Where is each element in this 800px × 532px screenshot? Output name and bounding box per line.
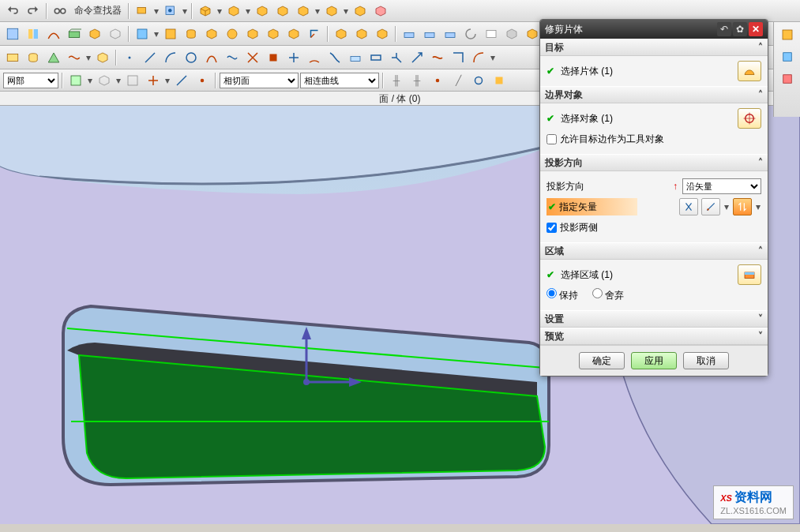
select-3[interactable]: 相连曲线 xyxy=(300,73,379,88)
toolbar-icon[interactable] xyxy=(332,24,351,43)
tb-box-6[interactable] xyxy=(322,2,341,21)
close-icon[interactable]: ✕ xyxy=(749,22,763,36)
undo-icon[interactable] xyxy=(3,2,22,21)
toolbar-icon[interactable] xyxy=(144,71,163,90)
back-icon[interactable]: ↶ xyxy=(717,22,731,36)
region-button[interactable] xyxy=(738,264,761,285)
toolbar-icon[interactable] xyxy=(428,71,447,90)
toolbar-icon[interactable] xyxy=(502,24,521,43)
section-header-projection[interactable]: 投影方向 ˄ xyxy=(540,154,768,171)
keep-radio[interactable]: 保持 xyxy=(546,288,578,302)
toolbar-icon[interactable] xyxy=(3,24,22,43)
toolbar-icon[interactable] xyxy=(778,25,797,44)
section-header-target[interactable]: 目标 ˄ xyxy=(540,39,768,56)
sheet-button[interactable] xyxy=(738,61,761,81)
panel-titlebar[interactable]: 修剪片体 ↶ ✿ ✕ xyxy=(540,20,768,39)
tb-icon-a1[interactable] xyxy=(133,2,152,21)
chevron-down-icon[interactable]: ▾ xyxy=(314,3,321,19)
both-sides-checkbox[interactable] xyxy=(546,223,557,233)
chevron-down-icon[interactable]: ▾ xyxy=(723,199,730,215)
tb-box-8[interactable] xyxy=(371,2,390,21)
tb-box-7[interactable] xyxy=(351,2,370,21)
toolbar-icon[interactable] xyxy=(449,48,468,67)
toolbar-icon[interactable] xyxy=(305,48,324,67)
toolbar-icon[interactable] xyxy=(95,71,114,90)
toolbar-icon[interactable]: ╱ xyxy=(449,71,468,90)
toolbar-icon[interactable] xyxy=(325,48,344,67)
cancel-button[interactable]: 取消 xyxy=(683,352,729,369)
toolbar-icon[interactable] xyxy=(123,71,142,90)
tb-box-1[interactable] xyxy=(196,2,215,21)
toolbar-icon[interactable] xyxy=(346,48,365,67)
tb-box-2[interactable] xyxy=(224,2,243,21)
gear-icon[interactable]: ✿ xyxy=(733,22,747,36)
vector-flip-button[interactable] xyxy=(733,198,752,215)
toolbar-icon[interactable] xyxy=(161,24,180,43)
chevron-down-icon[interactable]: ▾ xyxy=(182,3,188,19)
toolbar-icon[interactable] xyxy=(172,71,191,90)
chevron-down-icon[interactable]: ▾ xyxy=(755,199,761,215)
redo-icon[interactable] xyxy=(24,2,43,21)
toolbar-icon[interactable] xyxy=(778,47,797,66)
toolbar-icon[interactable] xyxy=(182,48,201,67)
toolbar-icon[interactable] xyxy=(264,24,283,43)
section-header-region[interactable]: 区域 ˄ xyxy=(540,242,768,260)
tb-box-3[interactable] xyxy=(253,2,272,21)
toolbar-icon[interactable] xyxy=(65,48,84,67)
toolbar-icon[interactable] xyxy=(24,48,43,67)
select-2[interactable]: 相切面 xyxy=(220,73,299,88)
section-header-boundary[interactable]: 边界对象 ˄ xyxy=(540,86,768,103)
toolbar-icon[interactable] xyxy=(284,48,303,67)
toolbar-icon[interactable] xyxy=(3,48,22,67)
tb-box-5[interactable] xyxy=(294,2,313,21)
target-button[interactable] xyxy=(738,108,761,129)
toolbar-icon[interactable] xyxy=(420,24,439,43)
toolbar-icon[interactable] xyxy=(243,24,262,43)
section-header-preview[interactable]: 预览 ˅ xyxy=(540,328,768,345)
apply-button[interactable]: 应用 xyxy=(631,352,677,369)
toolbar-icon[interactable] xyxy=(44,24,63,43)
toolbar-icon[interactable] xyxy=(387,48,406,67)
toolbar-icon[interactable] xyxy=(482,24,501,43)
toolbar-icon[interactable] xyxy=(373,24,392,43)
toolbar-icon[interactable] xyxy=(469,48,488,67)
toolbar-icon[interactable] xyxy=(778,69,797,88)
select-1[interactable]: 网部 xyxy=(3,73,58,88)
toolbar-icon[interactable] xyxy=(490,71,509,90)
toolbar-icon[interactable]: ╫ xyxy=(387,71,406,90)
toolbar-icon[interactable] xyxy=(305,24,324,43)
toolbar-icon[interactable] xyxy=(366,48,385,67)
toolbar-icon[interactable] xyxy=(120,48,139,67)
select-sheet-label[interactable]: 选择片体 (1) xyxy=(561,65,734,78)
section-header-settings[interactable]: 设置 ˅ xyxy=(540,310,768,328)
toolbar-icon[interactable] xyxy=(243,48,262,67)
toolbar-icon[interactable] xyxy=(193,71,212,90)
toolbar-icon[interactable] xyxy=(93,48,112,67)
toolbar-icon[interactable] xyxy=(44,48,63,67)
glasses-icon[interactable] xyxy=(51,2,69,21)
allow-target-edge-checkbox[interactable] xyxy=(546,134,557,144)
select-region-label[interactable]: 选择区域 (1) xyxy=(561,268,734,282)
toolbar-icon[interactable] xyxy=(441,24,460,43)
vector-menu-button[interactable] xyxy=(701,198,720,215)
toolbar-icon[interactable] xyxy=(461,24,480,43)
toolbar-icon[interactable] xyxy=(65,24,84,43)
toolbar-icon[interactable] xyxy=(24,24,43,43)
chevron-down-icon[interactable]: ▾ xyxy=(216,3,223,19)
toolbar-icon[interactable] xyxy=(400,24,419,43)
chevron-down-icon[interactable]: ▾ xyxy=(245,3,251,19)
toolbar-icon[interactable] xyxy=(202,48,221,67)
toolbar-icon[interactable] xyxy=(469,71,488,90)
tb-icon-a2[interactable] xyxy=(161,2,180,21)
toolbar-icon[interactable] xyxy=(133,24,152,43)
toolbar-icon[interactable]: ╫ xyxy=(408,71,426,90)
toolbar-icon[interactable] xyxy=(428,48,447,67)
specify-vector-label[interactable]: 指定矢量 xyxy=(559,200,597,214)
chevron-down-icon[interactable]: ▾ xyxy=(153,3,160,19)
tb-box-4[interactable] xyxy=(273,2,292,21)
toolbar-icon[interactable] xyxy=(284,24,303,43)
toolbar-icon[interactable] xyxy=(264,48,283,67)
toolbar-icon[interactable] xyxy=(182,24,201,43)
toolbar-icon[interactable] xyxy=(85,24,104,43)
toolbar-icon[interactable] xyxy=(352,24,371,43)
